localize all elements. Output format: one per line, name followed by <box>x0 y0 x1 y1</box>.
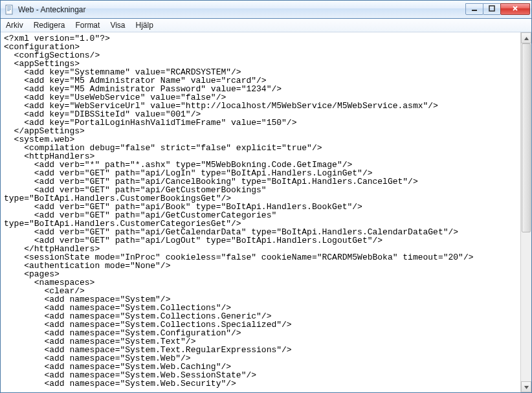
vertical-scrollbar[interactable] <box>520 32 531 392</box>
notepad-icon <box>5 5 15 15</box>
window-title: Web - Anteckningar <box>18 5 466 14</box>
scroll-down-icon <box>524 381 529 393</box>
scroll-up-icon <box>524 32 529 44</box>
scroll-down-button[interactable] <box>521 381 531 392</box>
scroll-track[interactable] <box>521 43 531 381</box>
menu-redigera[interactable]: Redigera <box>28 19 71 32</box>
titlebar[interactable]: Web - Anteckningar <box>1 1 531 19</box>
content-area: <?xml version="1.0"?> <configuration> <c… <box>1 32 531 392</box>
scroll-thumb[interactable] <box>522 43 531 232</box>
svg-rect-3 <box>7 9 11 10</box>
editor-text[interactable]: <?xml version="1.0"?> <configuration> <c… <box>4 34 520 388</box>
app-window: Web - Anteckningar Arkiv Redigera Format… <box>0 0 532 393</box>
menu-hjalp[interactable]: Hjälp <box>131 19 159 32</box>
window-controls <box>466 3 530 16</box>
svg-rect-6 <box>489 6 494 11</box>
maximize-button[interactable] <box>483 3 501 15</box>
text-editor[interactable]: <?xml version="1.0"?> <configuration> <c… <box>1 32 520 392</box>
close-button[interactable] <box>500 3 530 15</box>
maximize-icon <box>489 5 495 13</box>
minimize-button[interactable] <box>465 3 483 15</box>
svg-rect-5 <box>472 10 477 11</box>
svg-rect-2 <box>7 8 11 8</box>
minimize-icon <box>471 5 478 13</box>
menu-format[interactable]: Format <box>70 19 105 32</box>
menu-arkiv[interactable]: Arkiv <box>1 19 28 32</box>
svg-rect-4 <box>7 10 10 11</box>
close-icon <box>512 5 518 13</box>
svg-rect-1 <box>7 6 11 7</box>
menubar: Arkiv Redigera Format Visa Hjälp <box>1 19 531 32</box>
menu-visa[interactable]: Visa <box>105 19 130 32</box>
scroll-up-button[interactable] <box>521 32 531 43</box>
